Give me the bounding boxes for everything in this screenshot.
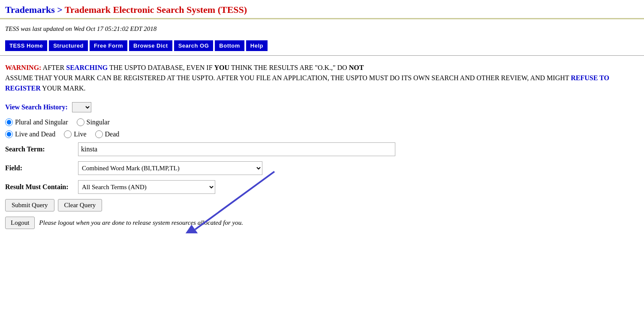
search-history-select[interactable]	[72, 102, 91, 112]
clear-query-button[interactable]: Clear Query	[58, 199, 102, 211]
submit-query-button[interactable]: Submit Query	[5, 199, 54, 211]
plural-singular-radio[interactable]	[5, 118, 13, 126]
plural-singular-group: Plural and Singular Singular	[5, 118, 639, 126]
logout-button[interactable]: Logout	[5, 217, 35, 229]
logout-row: Logout Please logout when you are done t…	[5, 217, 639, 229]
warning-label: WARNING:	[5, 64, 41, 71]
search-form-section: View Search History: Plural and Singular…	[0, 98, 644, 233]
warning-text: WARNING: AFTER SEARCHING THE USPTO DATAB…	[5, 63, 639, 94]
live-option: Live	[64, 130, 86, 138]
navbar: TESS Home Structured Free Form Browse Di…	[0, 37, 644, 56]
result-must-contain-label: Result Must Contain:	[5, 183, 78, 191]
last-updated: TESS was last updated on Wed Oct 17 05:2…	[0, 19, 644, 37]
last-updated-text: TESS was last updated on Wed Oct 17 05:2…	[5, 25, 156, 32]
singular-label: Singular	[87, 118, 110, 126]
singular-radio[interactable]	[77, 118, 84, 126]
title-trademarks: Trademarks > Trademark Electronic Search…	[5, 4, 247, 15]
nav-search-og[interactable]: Search OG	[174, 40, 214, 51]
not-keyword: NOT	[349, 64, 364, 71]
live-radio[interactable]	[64, 130, 72, 138]
view-search-history-row: View Search History:	[5, 102, 639, 112]
nav-free-form[interactable]: Free Form	[90, 40, 127, 51]
button-row: Submit Query Clear Query	[5, 199, 639, 211]
search-term-input[interactable]	[78, 142, 395, 156]
dead-option: Dead	[95, 130, 120, 138]
live-dead-label: Live and Dead	[15, 130, 55, 138]
you-keyword: YOU	[214, 64, 230, 71]
dead-label: Dead	[105, 130, 120, 138]
live-label: Live	[74, 130, 86, 138]
live-dead-option: Live and Dead	[5, 130, 55, 138]
plural-singular-option: Plural and Singular	[5, 118, 68, 126]
logout-note: Please logout when you are done to relea…	[39, 219, 243, 226]
nav-browse-dict[interactable]: Browse Dict	[129, 40, 172, 51]
live-dead-radio[interactable]	[5, 130, 13, 138]
dead-radio[interactable]	[95, 130, 103, 138]
search-term-row: Search Term:	[5, 142, 639, 156]
page-title: Trademarks > Trademark Electronic Search…	[0, 0, 644, 19]
singular-option: Singular	[77, 118, 110, 126]
nav-bottom[interactable]: Bottom	[215, 40, 244, 51]
nav-help[interactable]: Help	[246, 40, 268, 51]
view-search-history-label: View Search History:	[5, 103, 68, 111]
result-must-contain-select[interactable]: All Search Terms (AND) Any Search Term (…	[78, 180, 215, 194]
nav-tess-home[interactable]: TESS Home	[5, 40, 47, 51]
plural-singular-label: Plural and Singular	[15, 118, 68, 126]
field-select[interactable]: Combined Word Mark (BI,TI,MP,TL) Basic I…	[78, 161, 262, 175]
search-term-label: Search Term:	[5, 145, 78, 153]
nav-structured[interactable]: Structured	[49, 40, 88, 51]
live-dead-group: Live and Dead Live Dead	[5, 130, 639, 138]
searching-keyword: SEARCHING	[66, 64, 108, 71]
field-row: Field: Combined Word Mark (BI,TI,MP,TL) …	[5, 161, 639, 175]
warning-section: WARNING: AFTER SEARCHING THE USPTO DATAB…	[0, 56, 644, 98]
field-label: Field:	[5, 164, 78, 172]
result-must-contain-row: Result Must Contain: All Search Terms (A…	[5, 180, 639, 194]
